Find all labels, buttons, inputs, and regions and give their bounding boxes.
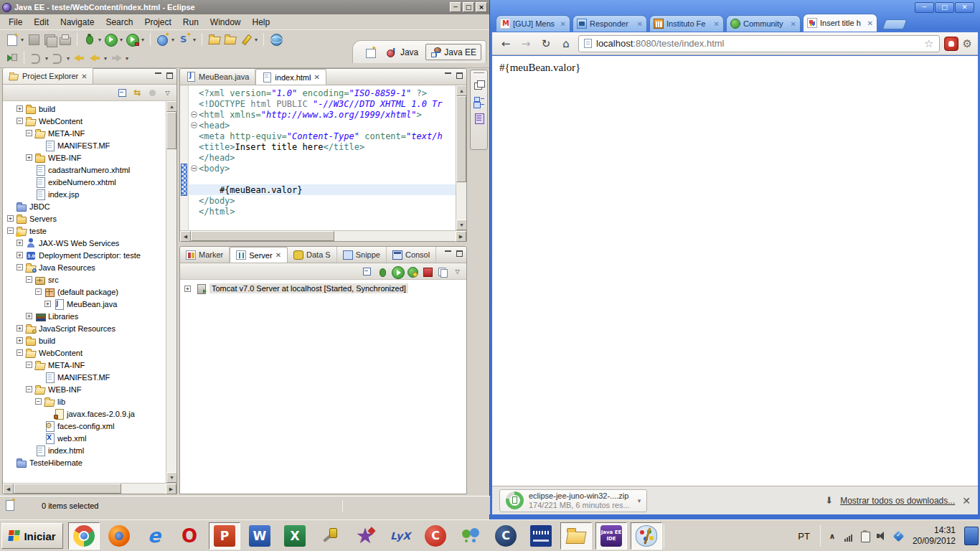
perspective-java-button[interactable]: Java bbox=[382, 44, 423, 60]
open-perspective-icon[interactable] bbox=[363, 45, 378, 60]
minimize-view-button[interactable] bbox=[154, 72, 163, 80]
next-annotation-dropdown-icon[interactable]: ▾ bbox=[44, 55, 50, 62]
browser-tab-page[interactable]: Insert title h✕ bbox=[803, 14, 877, 32]
perspective-javaee-button[interactable]: Java EE bbox=[425, 44, 481, 60]
scroll-up-arrow[interactable]: ▲ bbox=[456, 85, 466, 96]
chrome-close-button[interactable]: ✕ bbox=[955, 2, 974, 13]
scroll-left-arrow[interactable]: ◀ bbox=[3, 484, 14, 494]
menu-edit[interactable]: Edit bbox=[28, 16, 55, 29]
minimize-view-button[interactable] bbox=[443, 250, 453, 258]
forward-button[interactable]: → bbox=[518, 36, 534, 52]
tree-expander[interactable]: − bbox=[26, 362, 32, 368]
quicklaunch-ie[interactable]: e bbox=[138, 522, 170, 550]
tree-item[interactable]: +Libraries bbox=[3, 310, 166, 322]
show-desktop-icon[interactable] bbox=[964, 527, 979, 545]
tree-item[interactable]: −WebContent bbox=[3, 347, 166, 359]
maximize-view-button[interactable] bbox=[165, 72, 174, 80]
quicklaunch-ccleaner[interactable]: C bbox=[420, 522, 451, 550]
eclipse-titlebar[interactable]: Java EE - teste/WebContent/index.html - … bbox=[0, 0, 489, 14]
new-soap-icon[interactable] bbox=[176, 32, 192, 47]
clock[interactable]: 14:31 20/09/2012 bbox=[910, 525, 958, 547]
chrome-maximize-button[interactable]: □ bbox=[935, 2, 954, 13]
tree-expander[interactable]: + bbox=[7, 215, 14, 222]
tree-item[interactable]: +Deployment Descriptor: teste bbox=[3, 249, 166, 261]
scroll-up-arrow[interactable]: ▲ bbox=[166, 101, 176, 112]
save-icon[interactable] bbox=[26, 32, 41, 47]
download-menu-caret[interactable]: ▾ bbox=[638, 497, 641, 504]
start-button[interactable]: Iniciar bbox=[1, 523, 63, 549]
collapse-all-icon[interactable] bbox=[361, 265, 373, 278]
menu-help[interactable]: Help bbox=[247, 16, 276, 29]
focus-icon[interactable] bbox=[146, 87, 159, 99]
tree-expander[interactable]: − bbox=[17, 264, 23, 270]
tree-expander[interactable]: + bbox=[17, 240, 23, 246]
signal-icon[interactable] bbox=[843, 530, 854, 542]
tab-close-icon[interactable]: ✕ bbox=[637, 20, 643, 28]
tree-expander[interactable]: + bbox=[17, 325, 23, 331]
tree-expander[interactable]: − bbox=[26, 386, 32, 392]
view-tab-snippe[interactable]: Snippe bbox=[337, 247, 387, 263]
tree-item[interactable]: −teste bbox=[3, 225, 166, 237]
mark-icon[interactable] bbox=[238, 32, 253, 47]
new-tab-button[interactable] bbox=[882, 19, 907, 29]
download-item[interactable]: eclipse-jee-juno-win32-....zip 174/221 M… bbox=[499, 489, 647, 512]
menu-window[interactable]: Window bbox=[204, 16, 247, 29]
fold-collapse-icon[interactable] bbox=[191, 165, 197, 171]
tree-item[interactable]: −WebContent bbox=[3, 115, 166, 127]
link-with-editor-icon[interactable]: ⇆ bbox=[131, 87, 143, 99]
tree-item[interactable]: −WEB-INF bbox=[3, 383, 166, 395]
tree-item[interactable]: javax.faces-2.0.9.ja bbox=[3, 408, 166, 420]
project-tree-hscrollbar[interactable]: ◀ ▶ bbox=[3, 483, 176, 494]
view-menu-icon[interactable]: ▽ bbox=[161, 87, 174, 99]
browser-tab-instituto[interactable]: Instituto Fe✕ bbox=[649, 15, 724, 32]
profile-icon[interactable] bbox=[406, 265, 418, 278]
tree-expander[interactable]: − bbox=[26, 276, 32, 283]
tree-item[interactable]: +JMeuBean.java bbox=[3, 298, 166, 310]
tab-close-icon[interactable]: ✕ bbox=[560, 20, 566, 28]
tree-item[interactable]: Xweb.xml bbox=[3, 432, 166, 444]
web-browser-icon[interactable] bbox=[268, 32, 283, 47]
open-resource-icon[interactable] bbox=[207, 32, 222, 47]
wrench-menu-icon[interactable]: ⚙ bbox=[963, 37, 972, 50]
chrome-minimize-button[interactable]: ─ bbox=[915, 2, 934, 13]
minimize-editor-button[interactable] bbox=[443, 72, 453, 80]
new-web-service-icon[interactable] bbox=[155, 32, 170, 47]
browser-tab-gmail[interactable]: [GUJ] Mens✕ bbox=[496, 15, 570, 32]
tree-expander[interactable]: + bbox=[44, 301, 51, 307]
tree-expander[interactable]: + bbox=[26, 154, 32, 161]
editor-tab-meubean-java[interactable]: MeuBean.java bbox=[180, 69, 255, 85]
stop-icon[interactable] bbox=[421, 265, 433, 278]
language-indicator[interactable]: PT bbox=[793, 531, 814, 542]
run-dropdown-icon[interactable]: ▾ bbox=[118, 37, 124, 43]
forward-dropdown-icon[interactable]: ▾ bbox=[124, 55, 130, 62]
view-menu-icon[interactable]: ▽ bbox=[451, 265, 463, 278]
tree-expander[interactable]: + bbox=[184, 286, 191, 292]
tree-item[interactable]: MANIFEST.MF bbox=[3, 139, 166, 151]
quicklaunch-excel[interactable]: X bbox=[279, 522, 311, 550]
quicklaunch-chrome[interactable] bbox=[68, 522, 100, 550]
view-tab-server[interactable]: Server✕ bbox=[230, 247, 288, 263]
tree-item[interactable]: index.jsp bbox=[3, 188, 166, 200]
tree-item[interactable]: cadastrarNumero.xhtml bbox=[3, 164, 166, 176]
tab-close-icon[interactable]: ✕ bbox=[791, 20, 796, 28]
prev-annotation-icon[interactable] bbox=[50, 51, 65, 65]
publish-icon[interactable] bbox=[436, 265, 448, 278]
debug-dropdown-icon[interactable]: ▾ bbox=[97, 37, 103, 43]
back-icon[interactable] bbox=[88, 51, 103, 65]
quicklaunch-word[interactable]: W bbox=[244, 522, 275, 550]
url-text[interactable]: localhost:8080/teste/index.html bbox=[596, 38, 920, 49]
tree-item[interactable]: +WEB-INF bbox=[3, 151, 166, 164]
new-dropdown-icon[interactable]: ▾ bbox=[19, 37, 25, 43]
run-history-icon[interactable] bbox=[125, 32, 140, 47]
menu-project[interactable]: Project bbox=[138, 16, 176, 29]
scroll-right-arrow[interactable]: ▶ bbox=[166, 484, 176, 494]
scroll-thumb[interactable] bbox=[191, 231, 334, 241]
document-outline-icon[interactable] bbox=[473, 113, 486, 124]
tree-item[interactable]: index.html bbox=[3, 444, 166, 456]
collapse-icon[interactable]: ∧ bbox=[826, 530, 838, 542]
project-explorer-close-icon[interactable]: ✕ bbox=[81, 72, 87, 80]
quicklaunch-pearson[interactable] bbox=[525, 522, 557, 550]
tree-item[interactable]: −Java Resources bbox=[3, 261, 166, 273]
forward-icon[interactable] bbox=[109, 51, 124, 65]
menu-search[interactable]: Search bbox=[100, 16, 138, 29]
